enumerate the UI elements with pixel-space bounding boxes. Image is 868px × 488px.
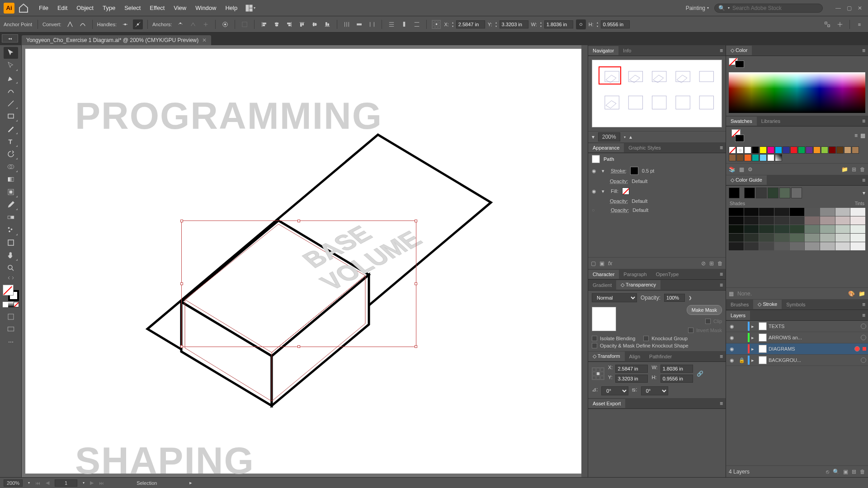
layer-row[interactable]: ◉ ▸ TEXTS [726, 321, 868, 332]
eyedropper-tool[interactable] [4, 199, 18, 211]
blend-tool[interactable] [4, 211, 18, 223]
cut-path-icon[interactable] [201, 19, 211, 29]
align-right-icon[interactable] [284, 19, 294, 29]
swatch[interactable] [821, 146, 828, 154]
swatch-group[interactable] [767, 154, 774, 161]
menu-type[interactable]: Type [98, 3, 120, 13]
w-down[interactable]: ▾ [539, 24, 543, 28]
panel-menu-icon[interactable]: ≡ [859, 177, 868, 183]
align-bottom-icon[interactable] [322, 19, 332, 29]
transform-icon[interactable] [835, 19, 845, 29]
paintbrush-tool[interactable] [4, 123, 18, 135]
swatch[interactable] [752, 146, 759, 154]
new-layer-icon[interactable]: ⊞ [852, 469, 856, 475]
harmony-color[interactable] [768, 188, 778, 198]
layer-name[interactable]: ARROWS an... [769, 335, 859, 340]
opacity-input[interactable] [664, 294, 685, 302]
visibility-icon[interactable]: ◉ [728, 357, 736, 363]
swatch[interactable] [806, 146, 813, 154]
convert-corner-icon[interactable] [65, 19, 75, 29]
menu-effect[interactable]: Effect [145, 3, 169, 13]
tab-appearance[interactable]: Appearance [588, 143, 624, 152]
swatch-options-icon[interactable]: ⚙ [748, 166, 753, 173]
swatch[interactable] [829, 146, 836, 154]
navigator-zoom[interactable]: 200% [598, 132, 620, 141]
knockout-checkbox[interactable] [643, 336, 649, 341]
align-to-pixel-icon[interactable] [240, 19, 250, 29]
visibility-icon[interactable]: ◉ [728, 335, 736, 341]
h-down[interactable]: ▾ [595, 24, 600, 28]
color-spectrum[interactable] [729, 72, 865, 113]
prev-artboard-icon[interactable]: ◀ [46, 480, 49, 486]
layer-row[interactable]: ◉ 🔒 ▸ BACKGROU... [726, 355, 868, 366]
swatch-libraries-icon[interactable]: 📚 [729, 166, 736, 173]
tab-opentype[interactable]: OpenType [651, 270, 684, 279]
h-input[interactable] [601, 20, 630, 28]
artboard-tool[interactable] [4, 237, 18, 249]
swatch[interactable] [744, 154, 751, 161]
show-handles-icon[interactable] [120, 19, 130, 29]
tab-color[interactable]: ◇ Color [726, 46, 752, 55]
lock-icon[interactable]: 🔒 [738, 357, 746, 363]
swatch[interactable] [767, 146, 774, 154]
tab-libraries[interactable]: Libraries [757, 117, 785, 126]
layer-name[interactable]: BACKGROU... [769, 357, 859, 363]
tab-pathfinder[interactable]: Pathfinder [645, 352, 676, 361]
harmony-color[interactable] [756, 188, 767, 198]
isolate-checkbox[interactable] [592, 336, 597, 341]
swatch[interactable] [760, 154, 767, 161]
search-input[interactable] [732, 5, 819, 11]
panel-menu-icon[interactable]: ≡ [859, 47, 868, 54]
maximize-button[interactable]: ▢ [844, 4, 854, 13]
tab-transform[interactable]: ◇ Transform [588, 352, 625, 361]
stroke-swatch[interactable] [630, 167, 638, 175]
opacity-label[interactable]: Opacity: [610, 178, 628, 184]
swatch-grid-view-icon[interactable]: ▦ [860, 132, 865, 139]
panel-menu-icon[interactable]: ≡ [717, 47, 726, 54]
delete-layer-icon[interactable]: 🗑 [860, 469, 865, 475]
locate-object-icon[interactable]: ⎋ [826, 469, 829, 475]
swatch-registration[interactable]: ⊕ [736, 146, 744, 154]
swatch-list-view-icon[interactable]: ≡ [854, 132, 858, 139]
distribute-bottom-icon[interactable] [412, 19, 422, 29]
align-left-icon[interactable] [259, 19, 269, 29]
harmony-color[interactable] [791, 188, 802, 198]
w-up[interactable]: ▴ [539, 21, 543, 24]
color-guide-grid[interactable] [726, 207, 868, 251]
blend-mode-select[interactable]: Normal [592, 293, 637, 302]
tab-graphicstyles[interactable]: Graphic Styles [624, 143, 665, 152]
tab-gradient[interactable]: Gradient [588, 281, 616, 290]
expand-icon[interactable]: ▸ [751, 324, 757, 329]
reference-point-icon[interactable] [431, 19, 441, 29]
swatch[interactable] [790, 146, 797, 154]
make-mask-button[interactable]: Make Mask [687, 305, 722, 315]
artboard-dropdown-icon[interactable]: ▾ [83, 481, 85, 485]
swatch[interactable] [736, 154, 744, 161]
swatch-kind-icon[interactable]: ▦ [739, 166, 744, 173]
mask-define-checkbox[interactable] [592, 343, 597, 348]
type-tool[interactable]: T [4, 136, 18, 147]
new-art-icon[interactable]: ▢ [591, 260, 596, 267]
stroke-value[interactable]: 0.5 pt [642, 168, 655, 174]
w-input[interactable] [544, 20, 573, 28]
new-group-icon[interactable]: 📁 [841, 166, 848, 173]
menu-object[interactable]: Object [72, 3, 98, 13]
zoom-in-icon[interactable]: ▴ [629, 134, 632, 140]
menu-file[interactable]: File [34, 3, 53, 13]
panel-menu-icon[interactable]: ≡ [717, 271, 726, 277]
tab-symbols[interactable]: Symbols [782, 300, 810, 309]
edit-colors-icon[interactable]: 🎨 [848, 291, 855, 297]
close-button[interactable]: ✕ [855, 4, 864, 13]
opacity-label[interactable]: Opacity: [610, 198, 628, 204]
target-icon[interactable] [861, 324, 866, 329]
swatch[interactable] [744, 146, 751, 154]
tab-close-icon[interactable]: ✕ [202, 37, 207, 43]
tab-asset-export[interactable]: Asset Export [588, 399, 625, 408]
fill-swatch[interactable] [622, 188, 629, 195]
minimize-button[interactable]: — [834, 4, 843, 13]
tab-stroke[interactable]: ◇ Stroke [753, 300, 782, 309]
shape-builder-tool[interactable] [4, 161, 18, 173]
layer-row[interactable]: ◉ ▸ DIAGRAMS [726, 343, 868, 355]
expand-icon[interactable]: ▾ [602, 188, 607, 194]
h-up[interactable]: ▴ [595, 21, 600, 24]
